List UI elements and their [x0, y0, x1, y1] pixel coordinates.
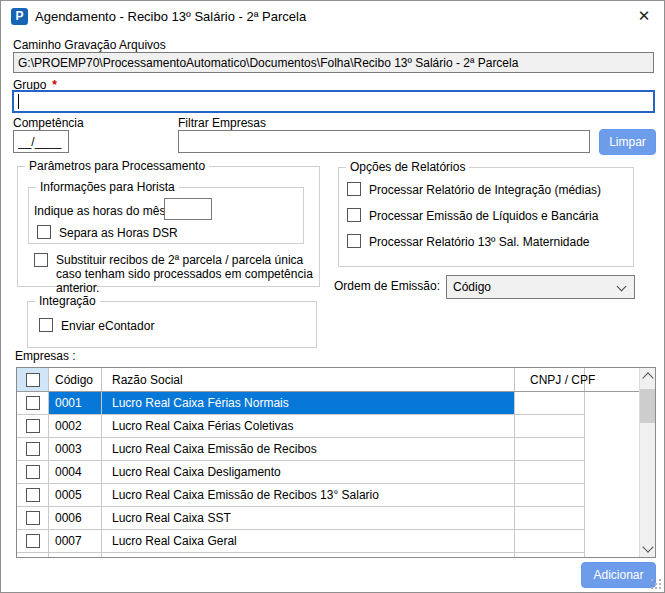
- window-title: Agendamento - Recibo 13º Salário - 2ª Pa…: [35, 9, 306, 24]
- processar-maternidade-checkbox-row[interactable]: Processar Relatório 13º Sal. Maternidade: [347, 234, 590, 250]
- row-checkbox-cell[interactable]: [17, 461, 49, 484]
- close-icon[interactable]: ✕: [634, 6, 654, 26]
- table-header: Código Razão Social CNPJ / CPF: [17, 368, 655, 392]
- substituir-recibos-label: Substituir recibos de 2ª parcela / parce…: [56, 253, 319, 295]
- row-razao[interactable]: Lucro Real Caixa Emissão de Recibos 13° …: [102, 484, 515, 507]
- row-codigo[interactable]: 0006: [49, 507, 102, 530]
- ordem-emissao-label: Ordem de Emissão:: [334, 279, 440, 293]
- row-codigo[interactable]: 0002: [49, 415, 102, 438]
- filtrar-empresas-label: Filtrar Empresas: [178, 116, 266, 130]
- row-razao[interactable]: Lucro Real Caixa Emissão de Recibos: [102, 438, 515, 461]
- header-codigo[interactable]: Código: [49, 368, 102, 391]
- enviar-econtador-checkbox[interactable]: [39, 318, 53, 332]
- title-bar[interactable]: P Agendamento - Recibo 13º Salário - 2ª …: [1, 1, 664, 31]
- row-cnpj[interactable]: [515, 415, 585, 438]
- header-razao-social[interactable]: Razão Social: [102, 368, 515, 391]
- row-razao[interactable]: Lucro Real Caixa Férias Coletivas: [102, 415, 515, 438]
- row-codigo[interactable]: 0007: [49, 530, 102, 553]
- row-checkbox-cell[interactable]: [17, 438, 49, 461]
- row-codigo[interactable]: 0004: [49, 461, 102, 484]
- grupo-input[interactable]: [12, 90, 655, 113]
- row-codigo[interactable]: 0005: [49, 484, 102, 507]
- enviar-econtador-label: Enviar eContador: [61, 318, 154, 334]
- row-checkbox[interactable]: [26, 534, 40, 548]
- row-checkbox-cell[interactable]: [17, 507, 49, 530]
- row-cnpj[interactable]: [515, 507, 585, 530]
- row-cnpj[interactable]: [515, 461, 585, 484]
- table-row[interactable]: 0005 Lucro Real Caixa Emissão de Recibos…: [17, 484, 655, 507]
- table-row[interactable]: 0003 Lucro Real Caixa Emissão de Recibos: [17, 438, 655, 461]
- resize-grip[interactable]: [651, 579, 661, 589]
- table-row[interactable]: 0004 Lucro Real Caixa Desligamento: [17, 461, 655, 484]
- row-codigo[interactable]: 0003: [49, 438, 102, 461]
- path-label: Caminho Gravação Arquivos: [13, 38, 166, 52]
- table-row[interactable]: [17, 553, 655, 558]
- row-checkbox-cell[interactable]: [17, 553, 49, 558]
- table-row[interactable]: 0006 Lucro Real Caixa SST: [17, 507, 655, 530]
- horista-title: Informações para Horista: [36, 180, 179, 194]
- processar-liquidos-checkbox[interactable]: [347, 208, 361, 222]
- horas-mes-label: Indique as horas do mês:: [34, 204, 169, 218]
- row-checkbox[interactable]: [26, 465, 40, 479]
- table-body: 0001 Lucro Real Caixa Férias Normais 000…: [17, 392, 655, 558]
- row-checkbox[interactable]: [26, 511, 40, 525]
- row-razao[interactable]: Lucro Real Caixa Férias Normais: [102, 392, 515, 415]
- row-cnpj[interactable]: [515, 438, 585, 461]
- row-razao[interactable]: Lucro Real Caixa Geral: [102, 530, 515, 553]
- row-razao[interactable]: Lucro Real Caixa Desligamento: [102, 461, 515, 484]
- separa-horas-dsr-checkbox[interactable]: [37, 225, 51, 239]
- separa-horas-dsr-label: Separa as Horas DSR: [59, 225, 178, 241]
- row-checkbox[interactable]: [26, 488, 40, 502]
- dialog-window: P Agendamento - Recibo 13º Salário - 2ª …: [0, 0, 665, 593]
- row-cnpj[interactable]: [515, 392, 585, 415]
- select-all-header-cell[interactable]: [17, 368, 49, 391]
- scroll-down-icon[interactable]: [642, 541, 653, 552]
- substituir-recibos-checkbox[interactable]: [34, 253, 48, 267]
- limpar-button[interactable]: Limpar: [599, 129, 656, 155]
- processar-maternidade-label: Processar Relatório 13º Sal. Maternidade: [369, 234, 590, 250]
- empresas-table: Código Razão Social CNPJ / CPF 0001 Lucr…: [16, 367, 656, 558]
- adicionar-button[interactable]: Adicionar: [581, 562, 656, 588]
- table-row[interactable]: 0001 Lucro Real Caixa Férias Normais: [17, 392, 655, 415]
- text-caret: [18, 94, 19, 109]
- row-checkbox-cell[interactable]: [17, 415, 49, 438]
- row-codigo[interactable]: [49, 553, 102, 558]
- opcoes-relatorios-title: Opções de Relatórios: [346, 160, 469, 174]
- processar-integracao-checkbox-row[interactable]: Processar Relatório de Integração (média…: [347, 182, 601, 198]
- ordem-emissao-select[interactable]: Código: [446, 275, 635, 299]
- enviar-econtador-checkbox-row[interactable]: Enviar eContador: [39, 318, 154, 334]
- scroll-thumb[interactable]: [640, 389, 656, 423]
- empresas-label: Empresas :: [15, 349, 76, 363]
- separa-horas-dsr-checkbox-row[interactable]: Separa as Horas DSR: [37, 225, 178, 241]
- scroll-up-icon[interactable]: [642, 372, 653, 383]
- row-razao[interactable]: Lucro Real Caixa SST: [102, 507, 515, 530]
- row-razao[interactable]: [102, 553, 515, 558]
- processar-liquidos-checkbox-row[interactable]: Processar Emissão de Líquidos e Bancária: [347, 208, 598, 224]
- ordem-emissao-value: Código: [453, 280, 491, 294]
- competencia-input[interactable]: [13, 130, 69, 153]
- select-all-checkbox[interactable]: [26, 373, 40, 387]
- row-cnpj[interactable]: [515, 484, 585, 507]
- app-icon: P: [11, 8, 28, 25]
- row-codigo[interactable]: 0001: [49, 392, 102, 415]
- table-row[interactable]: 0002 Lucro Real Caixa Férias Coletivas: [17, 415, 655, 438]
- row-checkbox[interactable]: [26, 419, 40, 433]
- row-cnpj[interactable]: [515, 553, 585, 558]
- table-row[interactable]: 0007 Lucro Real Caixa Geral: [17, 530, 655, 553]
- row-checkbox[interactable]: [26, 558, 40, 559]
- processar-integracao-checkbox[interactable]: [347, 182, 361, 196]
- table-scrollbar[interactable]: [639, 368, 655, 557]
- filtrar-empresas-input[interactable]: [178, 130, 590, 153]
- row-checkbox-cell[interactable]: [17, 530, 49, 553]
- path-input[interactable]: [13, 52, 654, 73]
- header-cnpj-cpf[interactable]: CNPJ / CPF: [515, 368, 585, 391]
- row-checkbox-cell[interactable]: [17, 484, 49, 507]
- row-cnpj[interactable]: [515, 530, 585, 553]
- row-checkbox-cell[interactable]: [17, 392, 49, 415]
- competencia-label: Competência: [13, 116, 84, 130]
- row-checkbox[interactable]: [26, 442, 40, 456]
- substituir-recibos-checkbox-row[interactable]: Substituir recibos de 2ª parcela / parce…: [34, 253, 319, 295]
- processar-maternidade-checkbox[interactable]: [347, 234, 361, 248]
- row-checkbox[interactable]: [26, 396, 40, 410]
- horas-mes-input[interactable]: [164, 198, 212, 220]
